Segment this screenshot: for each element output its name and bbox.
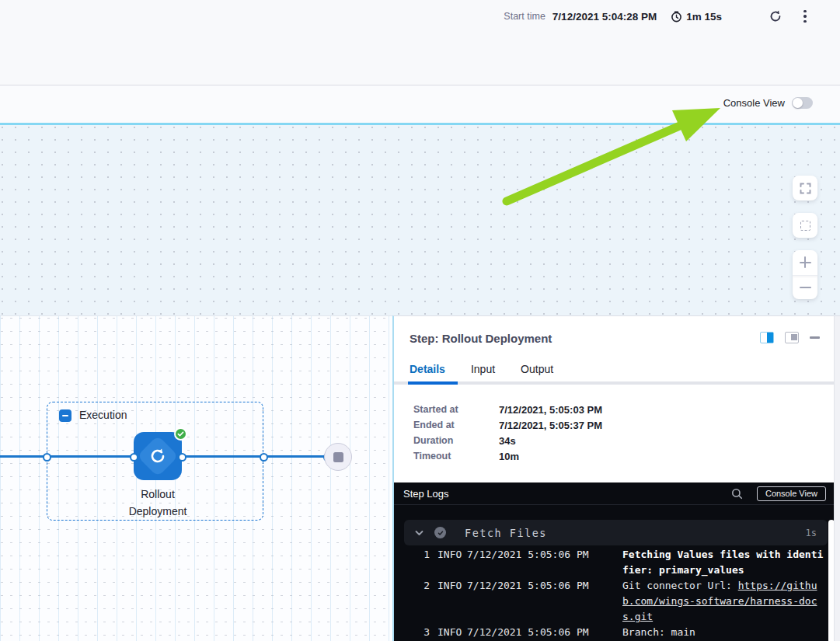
- connector-dot: [178, 453, 186, 462]
- log-row: 2INFO7/12/2021 5:05:06 PMGit connector U…: [394, 578, 817, 625]
- step-node-rollout-deployment[interactable]: [134, 432, 182, 480]
- execution-meta-row: Start time 7/12/2021 5:04:28 PM 1m 15s: [504, 6, 814, 26]
- duration-value: 1m 15s: [686, 11, 722, 23]
- step-node-label: Rollout Deployment: [111, 486, 204, 520]
- split-pane-gray-icon[interactable]: [785, 332, 799, 343]
- connector-dot: [43, 453, 51, 462]
- top-header: Start time 7/12/2021 5:04:28 PM 1m 15s: [0, 0, 840, 85]
- detail-value: 34s: [499, 435, 516, 447]
- log-rows: 1INFO7/12/2021 5:05:06 PMFetching Values…: [394, 547, 817, 640]
- view-toolbar: Console View: [0, 86, 840, 123]
- detail-row-duration: Duration 34s: [413, 435, 516, 447]
- refresh-button[interactable]: [767, 8, 784, 25]
- zoom-out-icon: [800, 281, 811, 293]
- step-logs-title: Step Logs: [403, 488, 449, 500]
- detail-row-started: Started at 7/12/2021, 5:05:03 PM: [413, 404, 602, 416]
- log-message: Git connector Url: https://github.com/wi…: [622, 578, 826, 625]
- logs-console-view-button[interactable]: Console View: [757, 486, 826, 501]
- check-circle-icon: [434, 527, 446, 538]
- detail-label: Started at: [413, 404, 499, 416]
- detail-value: 10m: [499, 451, 519, 462]
- connector-dot: [260, 453, 268, 462]
- detail-label: Ended at: [413, 420, 499, 431]
- log-row: 1INFO7/12/2021 5:05:06 PMFetching Values…: [394, 547, 817, 578]
- rollout-refresh-icon: [148, 447, 167, 465]
- step-logs-header: Step Logs Console View: [394, 482, 835, 505]
- detail-value: 7/12/2021, 5:05:03 PM: [499, 404, 602, 416]
- zoom-out-button[interactable]: [793, 275, 817, 300]
- minimize-panel-button[interactable]: [810, 336, 820, 339]
- tab-track: [394, 381, 835, 385]
- zoom-group: [793, 250, 817, 299]
- detail-label: Duration: [413, 435, 499, 447]
- tab-input[interactable]: Input: [471, 363, 495, 383]
- connector-dot: [130, 453, 138, 462]
- tab-active-indicator: [408, 381, 458, 385]
- toggle-knob: [793, 98, 803, 108]
- zoom-in-button[interactable]: [793, 250, 817, 275]
- detail-value: 7/12/2021, 5:05:37 PM: [499, 420, 602, 431]
- tab-details[interactable]: Details: [410, 363, 445, 383]
- fit-to-screen-button[interactable]: [793, 213, 817, 238]
- end-node[interactable]: [324, 443, 352, 471]
- tab-output[interactable]: Output: [521, 363, 553, 383]
- detail-label: Timeout: [413, 451, 499, 462]
- fullscreen-button[interactable]: [793, 176, 817, 200]
- step-logs-section: Step Logs Console View Fetch Files 1s 1I…: [394, 482, 835, 641]
- start-time-label: Start time: [504, 11, 545, 22]
- console-view-label: Console View: [723, 97, 785, 109]
- log-group-name: Fetch Files: [465, 527, 806, 539]
- log-row: 3INFO7/12/2021 5:05:06 PMBranch: main: [394, 625, 817, 640]
- detail-row-ended: Ended at 7/12/2021, 5:05:37 PM: [413, 420, 602, 431]
- detail-row-timeout: Timeout 10m: [413, 451, 519, 462]
- pipeline-canvas-upper[interactable]: [0, 125, 840, 315]
- panel-title: Step: Rollout Deployment: [410, 332, 552, 345]
- search-icon[interactable]: [731, 488, 743, 500]
- fullscreen-icon: [800, 183, 811, 194]
- stop-square-icon: [333, 452, 343, 462]
- chevron-down-icon: [415, 530, 423, 536]
- zoom-in-icon: [800, 256, 811, 268]
- log-group-duration: 1s: [806, 528, 817, 538]
- panel-tabs: Details Input Output: [410, 363, 553, 383]
- start-time-value: 7/12/2021 5:04:28 PM: [552, 11, 657, 23]
- clock-icon: [671, 11, 682, 23]
- log-message: Fetching Values files with identifier: p…: [622, 547, 826, 578]
- split-pane-right-icon[interactable]: [760, 332, 774, 343]
- minus-icon: [62, 415, 68, 416]
- kebab-menu-button[interactable]: [796, 8, 814, 25]
- fit-to-screen-icon: [800, 221, 810, 231]
- execution-group-label: Execution: [79, 409, 127, 421]
- step-details-panel: Step: Rollout Deployment Details Input O…: [392, 315, 840, 641]
- collapse-group-button[interactable]: [59, 409, 71, 422]
- success-check-badge: [174, 427, 187, 441]
- log-message: Branch: main: [622, 625, 826, 640]
- console-view-toggle[interactable]: [792, 97, 813, 109]
- log-group-fetch-files[interactable]: Fetch Files 1s: [404, 520, 828, 545]
- panel-scrollbar-track[interactable]: [834, 316, 840, 641]
